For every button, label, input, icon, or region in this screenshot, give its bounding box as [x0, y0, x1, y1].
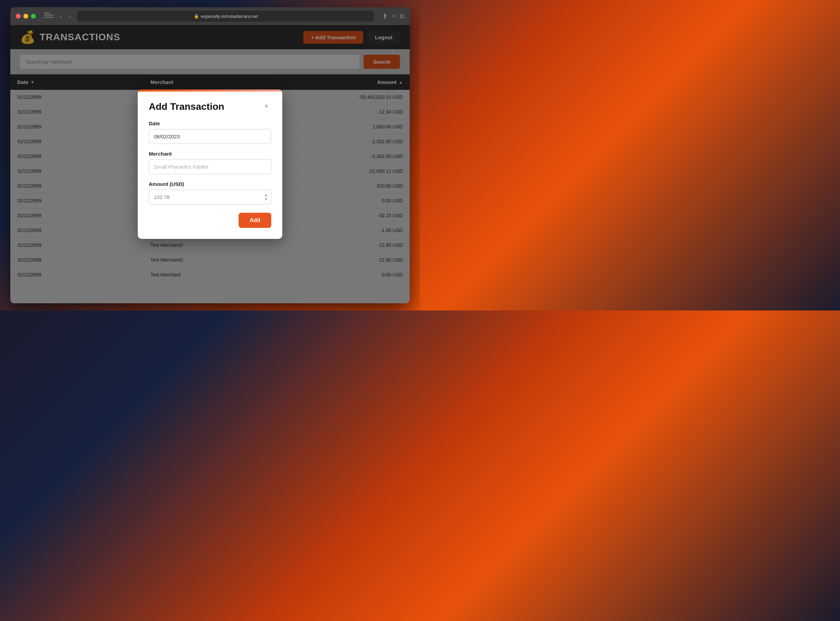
tabs-button[interactable]: ⧉ [400, 12, 404, 20]
date-field-group: Date [149, 121, 271, 144]
merchant-field-group: Merchant [149, 151, 271, 174]
traffic-lights [16, 14, 36, 18]
modal-close-button[interactable]: × [262, 101, 271, 111]
browser-controls: ‹ › [44, 11, 73, 21]
share-button[interactable]: ⬆ [383, 12, 387, 20]
modal-add-button[interactable]: Add [239, 213, 271, 228]
merchant-field-label: Merchant [149, 151, 271, 157]
modal-body: Add Transaction × Date Merchant Amount (… [138, 92, 282, 239]
browser-titlebar: ‹ › 🔒 expensify.nicholasferrara.net ⬆ + … [10, 7, 410, 25]
new-tab-button[interactable]: + [392, 12, 395, 20]
modal-title: Add Transaction [149, 101, 224, 112]
lock-icon: 🔒 [194, 14, 199, 18]
add-transaction-modal: Add Transaction × Date Merchant Amount (… [138, 89, 282, 239]
address-bar[interactable]: 🔒 expensify.nicholasferrara.net [77, 11, 374, 22]
app-content: 💰 TRANSACTIONS + Add Transaction Logout … [10, 25, 410, 303]
browser-window: ‹ › 🔒 expensify.nicholasferrara.net ⬆ + … [10, 7, 410, 303]
back-button[interactable]: ‹ [58, 11, 64, 21]
maximize-window-button[interactable] [31, 14, 36, 18]
amount-input[interactable] [149, 190, 271, 204]
close-window-button[interactable] [16, 14, 21, 18]
amount-spinners: ▲ ▼ [264, 194, 268, 201]
minimize-window-button[interactable] [23, 14, 28, 18]
forward-button[interactable]: › [67, 11, 73, 21]
modal-header: Add Transaction × [149, 101, 271, 112]
modal-overlay[interactable]: Add Transaction × Date Merchant Amount (… [10, 25, 410, 303]
amount-field-group: Amount (USD) ▲ ▼ [149, 181, 271, 204]
amount-wrapper: ▲ ▼ [149, 190, 271, 204]
merchant-input[interactable] [149, 159, 271, 174]
url-text: expensify.nicholasferrara.net [201, 14, 258, 19]
browser-actions: ⬆ + ⧉ [383, 12, 404, 20]
sidebar-toggle-icon[interactable] [44, 13, 54, 20]
date-field-label: Date [149, 121, 271, 126]
modal-actions: Add [149, 213, 271, 228]
amount-field-label: Amount (USD) [149, 181, 271, 187]
date-input[interactable] [149, 129, 271, 144]
